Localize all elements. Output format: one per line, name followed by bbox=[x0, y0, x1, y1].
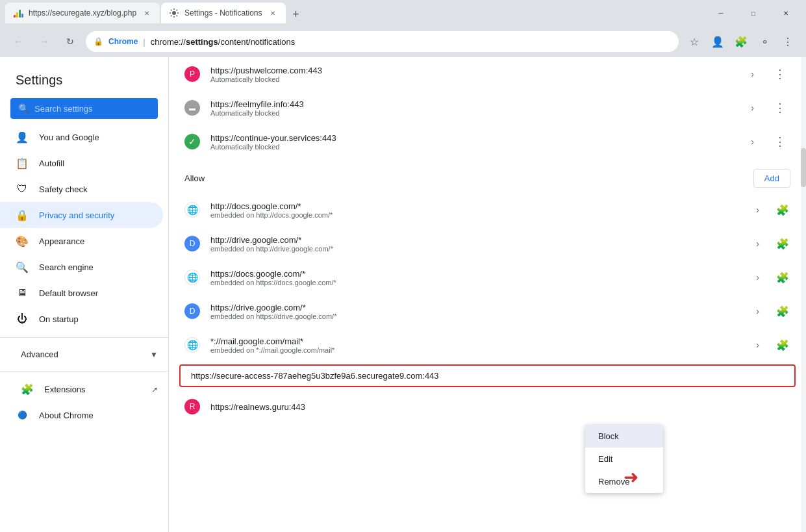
site-url-malicious: https://secure-access-787aeheg5u3bzfe9a6… bbox=[191, 371, 784, 381]
sidebar-item-extensions[interactable]: 🧩 Extensions ↗ bbox=[0, 377, 168, 402]
new-tab-button[interactable]: + bbox=[287, 5, 305, 23]
site-icon-pushwelcome: P bbox=[184, 66, 200, 82]
sidebar-item-you-google[interactable]: 👤 You and Google bbox=[0, 124, 168, 150]
content-area: P https://pushwelcome.com:443 Automatica… bbox=[169, 57, 806, 532]
extensions-icon: 🧩 bbox=[16, 383, 34, 396]
arrow-icon-drive-https: › bbox=[756, 306, 759, 316]
sidebar-item-about-chrome[interactable]: 🔵 About Chrome bbox=[0, 402, 168, 428]
back-button[interactable]: ← bbox=[8, 31, 29, 52]
annotation-arrow: ➜ bbox=[623, 466, 638, 488]
menu-button-feelmyfile[interactable]: ⋮ bbox=[770, 97, 790, 118]
arrow-icon-drive-http: › bbox=[756, 238, 759, 249]
autofill-icon: 📋 bbox=[16, 157, 29, 170]
sidebar: Settings 🔍 👤 You and Google 📋 Autofill 🛡… bbox=[0, 57, 169, 532]
tab-close-settings[interactable]: ✕ bbox=[268, 8, 278, 18]
chrome-label: Chrome bbox=[108, 37, 138, 46]
site-details-drive-http: http://drive.google.com/* embedded on ht… bbox=[210, 235, 740, 253]
site-details-mail: *://mail.google.com/mail* embedded on *:… bbox=[210, 336, 740, 354]
maximize-button[interactable]: □ bbox=[738, 3, 768, 23]
site-url-docs-https: https://docs.google.com/* bbox=[210, 269, 740, 279]
site-details-pushwelcome: https://pushwelcome.com:443 Automaticall… bbox=[210, 66, 735, 83]
sidebar-extensions-label: Extensions bbox=[44, 385, 141, 394]
reload-button[interactable]: ↻ bbox=[60, 31, 81, 52]
allow-item-docs-http: 🌐 http://docs.google.com/* embedded on h… bbox=[169, 193, 806, 227]
sidebar-advanced-label: Advanced bbox=[16, 349, 140, 359]
sidebar-item-privacy-security[interactable]: 🔒 Privacy and security bbox=[0, 202, 163, 228]
url-bar[interactable]: 🔒 Chrome | chrome://settings/content/not… bbox=[86, 31, 679, 52]
allow-item-mail: 🌐 *://mail.google.com/mail* embedded on … bbox=[169, 328, 806, 362]
site-sub-mail: embedded on *://mail.google.com/mail* bbox=[210, 346, 740, 354]
puzzle-icon-mail: 🧩 bbox=[775, 337, 790, 353]
person-icon: 👤 bbox=[16, 131, 29, 144]
allow-item-realnews: R https://realnews.guru:443 bbox=[169, 390, 806, 424]
site-url-pushwelcome: https://pushwelcome.com:443 bbox=[210, 66, 735, 75]
arrow-icon-continue-your: › bbox=[751, 136, 754, 147]
sidebar-about-label: About Chrome bbox=[39, 411, 94, 420]
tab-settings[interactable]: Settings - Notifications ✕ bbox=[161, 3, 285, 23]
sidebar-item-search-engine[interactable]: 🔍 Search engine bbox=[0, 254, 168, 280]
sidebar-item-label-default-browser: Default browser bbox=[39, 288, 98, 298]
sidebar-divider-2 bbox=[0, 371, 168, 372]
context-menu-block[interactable]: Block bbox=[585, 425, 663, 448]
url-separator: | bbox=[143, 37, 145, 47]
search-engine-icon: 🔍 bbox=[16, 260, 29, 273]
scrollbar-thumb[interactable] bbox=[801, 148, 806, 187]
sidebar-item-on-startup[interactable]: ⏻ On startup bbox=[0, 306, 168, 332]
site-sub-feelmyfile: Automatically blocked bbox=[210, 109, 735, 117]
blocked-item-feelmyfile: ▬ https://feelmyfile.info:443 Automatica… bbox=[169, 91, 806, 125]
site-url-docs-http: http://docs.google.com/* bbox=[210, 201, 740, 211]
lock-icon-sidebar: 🔒 bbox=[16, 209, 29, 222]
site-url-drive-https: https://drive.google.com/* bbox=[210, 303, 740, 312]
site-details-continue-your: https://continue-your.services:443 Autom… bbox=[210, 133, 735, 151]
scrollbar-track bbox=[801, 57, 806, 532]
lock-icon: 🔒 bbox=[94, 37, 103, 46]
site-details-drive-https: https://drive.google.com/* embedded on h… bbox=[210, 303, 740, 320]
menu-button[interactable]: ⋮ bbox=[777, 31, 798, 52]
close-button[interactable]: ✕ bbox=[771, 3, 801, 23]
profile-button[interactable]: 👤 bbox=[707, 31, 728, 52]
site-sub-docs-http: embedded on http://docs.google.com/* bbox=[210, 211, 740, 219]
sidebar-item-label-you-google: You and Google bbox=[39, 133, 99, 142]
sidebar-item-default-browser[interactable]: 🖥 Default browser bbox=[0, 280, 168, 306]
puzzle-icon-drive-http: 🧩 bbox=[775, 236, 790, 251]
arrow-icon-pushwelcome: › bbox=[751, 69, 754, 79]
site-icon-drive-https: D bbox=[184, 303, 200, 319]
allow-item-drive-https: D https://drive.google.com/* embedded on… bbox=[169, 294, 806, 328]
site-details-docs-http: http://docs.google.com/* embedded on htt… bbox=[210, 201, 740, 219]
tab-securegate[interactable]: https://securegate.xyz/blog.php ✕ bbox=[5, 3, 160, 23]
site-url-mail: *://mail.google.com/mail* bbox=[210, 336, 740, 346]
site-icon-docs-http: 🌐 bbox=[184, 202, 200, 218]
site-sub-drive-https: embedded on https://drive.google.com/* bbox=[210, 312, 740, 320]
bookmark-button[interactable]: ☆ bbox=[684, 31, 705, 52]
sidebar-item-safety-check[interactable]: 🛡 Safety check bbox=[0, 176, 168, 202]
site-sub-continue-your: Automatically blocked bbox=[210, 143, 735, 151]
site-icon-drive-http: D bbox=[184, 236, 200, 251]
sidebar-item-label-search-engine: Search engine bbox=[39, 262, 94, 272]
forward-button[interactable]: → bbox=[34, 31, 55, 52]
site-url-continue-your: https://continue-your.services:443 bbox=[210, 133, 735, 143]
sidebar-item-autofill[interactable]: 📋 Autofill bbox=[0, 150, 168, 176]
sidebar-item-label-appearance: Appearance bbox=[39, 236, 84, 246]
tab-close-securegate[interactable]: ✕ bbox=[142, 8, 152, 18]
tab-title-settings: Settings - Notifications bbox=[184, 8, 262, 18]
sidebar-item-appearance[interactable]: 🎨 Appearance bbox=[0, 228, 168, 254]
add-button[interactable]: Add bbox=[753, 169, 790, 188]
arrow-icon-mail: › bbox=[756, 340, 759, 350]
extensions-button[interactable]: 🧩 bbox=[731, 31, 751, 52]
sidebar-divider bbox=[0, 337, 168, 338]
search-box[interactable]: 🔍 bbox=[10, 98, 158, 119]
browser-icon: 🖥 bbox=[16, 286, 29, 299]
search-input[interactable] bbox=[34, 104, 150, 114]
main-layout: Settings 🔍 👤 You and Google 📋 Autofill 🛡… bbox=[0, 57, 806, 532]
sidebar-item-advanced[interactable]: Advanced ▼ bbox=[0, 343, 168, 366]
menu-button-continue-your[interactable]: ⋮ bbox=[770, 131, 790, 152]
puzzle-icon-drive-https: 🧩 bbox=[775, 303, 790, 319]
site-icon-mail: 🌐 bbox=[184, 337, 200, 353]
minimize-button[interactable]: ─ bbox=[706, 3, 736, 23]
title-bar: https://securegate.xyz/blog.php ✕ Settin… bbox=[0, 0, 806, 26]
account-button[interactable]: ⚬ bbox=[754, 31, 775, 52]
chevron-down-icon: ▼ bbox=[150, 350, 158, 359]
arrow-icon-docs-http: › bbox=[756, 205, 759, 215]
allow-item-docs-https: 🌐 https://docs.google.com/* embedded on … bbox=[169, 260, 806, 294]
menu-button-pushwelcome[interactable]: ⋮ bbox=[770, 64, 790, 84]
